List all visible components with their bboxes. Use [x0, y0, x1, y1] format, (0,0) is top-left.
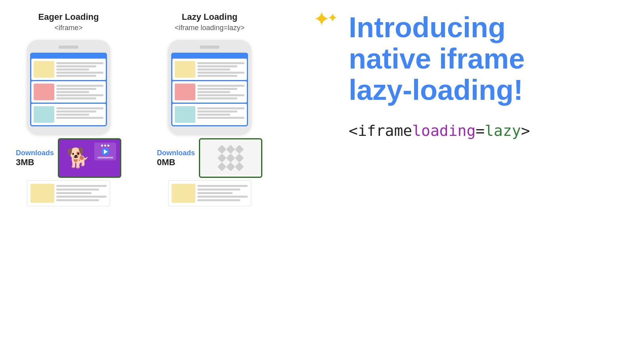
line [197, 72, 244, 74]
lazy-subtitle: <iframe loading=lazy> [175, 24, 245, 32]
line [56, 91, 89, 93]
spinner-cell [218, 162, 227, 172]
line [197, 62, 244, 64]
eager-downloads-text: Downloads [16, 149, 54, 157]
lazy-content-card-2 [172, 81, 247, 103]
line [56, 199, 99, 201]
content-card-3 [31, 104, 106, 125]
screen-header-lazy [171, 53, 248, 57]
line [56, 97, 96, 99]
line [197, 192, 233, 194]
content-card-1 [31, 59, 106, 80]
lazy-downloads-area: Downloads 0MB [157, 138, 262, 178]
phone-speaker [59, 46, 78, 49]
line [197, 91, 230, 93]
spinner-cell [235, 154, 244, 163]
line [197, 94, 244, 96]
eager-downloads-size: 3MB [16, 157, 34, 168]
main-container: ✦✦ Eager Loading <iframe> [0, 0, 634, 364]
player-dot [107, 145, 109, 147]
dog-icon: 🐕 [66, 147, 90, 169]
eager-phone-screen [30, 53, 107, 126]
lazy-phone-screen [171, 53, 248, 126]
lazy-card-lines-2 [197, 84, 244, 99]
eager-subtitle: <iframe> [54, 24, 82, 32]
line [56, 111, 96, 112]
screen-header [30, 53, 107, 57]
eager-downloads-label: Downloads 3MB [16, 149, 54, 168]
player-dot [101, 145, 103, 147]
player-dots-row [101, 145, 109, 147]
player-bar [97, 157, 113, 158]
lazy-content-card-3 [172, 104, 247, 125]
code-part-5: > [521, 122, 530, 139]
spinner-cell [218, 154, 227, 163]
eager-below-phone [27, 180, 110, 206]
eager-title: Eager Loading [38, 12, 99, 22]
code-part-2: loading [412, 122, 476, 139]
spinner-cell [235, 162, 244, 172]
line [197, 117, 244, 119]
lazy-phone [168, 40, 251, 134]
lazy-card-image-pink [175, 84, 195, 100]
card-image-teal [34, 106, 54, 123]
eager-below-card [27, 180, 110, 206]
lazy-content-card-1 [172, 59, 247, 80]
content-card-2 [31, 81, 106, 103]
line [197, 88, 237, 90]
lazy-below-image [172, 184, 195, 203]
eager-phone [27, 40, 110, 134]
play-button [101, 148, 109, 156]
line [197, 69, 230, 71]
lazy-title: Lazy Loading [182, 12, 238, 22]
lazy-loading-section: Lazy Loading <iframe loading=lazy> [157, 12, 262, 206]
line [56, 196, 107, 198]
line [56, 69, 89, 71]
line [197, 75, 237, 77]
lazy-below-card [168, 180, 251, 206]
line [56, 94, 103, 96]
below-image [31, 184, 54, 203]
line [197, 114, 230, 116]
spinner-cell [226, 154, 235, 163]
introducing-heading: Introducing native iframe lazy-loading! [349, 12, 618, 106]
lazy-below-phone [168, 180, 251, 206]
line [197, 107, 244, 109]
line [197, 199, 240, 201]
heading-line3: lazy-loading! [349, 74, 523, 106]
lazy-card-image-teal [175, 106, 195, 123]
heading-line1: Introducing [349, 11, 506, 43]
card-image-pink [34, 84, 54, 100]
line [56, 185, 107, 187]
right-section: Introducing native iframe lazy-loading! … [349, 12, 618, 139]
lazy-card-image-yellow [175, 61, 195, 78]
line [56, 189, 99, 191]
line [197, 196, 248, 198]
card-lines-1 [56, 61, 103, 77]
player-dot [104, 145, 106, 147]
eager-video-thumb: 🐕 [58, 138, 121, 178]
code-part-3: = [476, 122, 485, 139]
spinner-cell [218, 145, 227, 154]
line [56, 192, 92, 194]
phone-speaker-lazy [200, 46, 220, 49]
spinner-cell [235, 145, 244, 154]
card-lines-3 [56, 106, 103, 119]
line [56, 72, 103, 74]
sparkle-icon: ✦✦ [313, 9, 341, 29]
lazy-video-thumb [199, 138, 262, 178]
code-snippet: <iframe loading=lazy> [349, 122, 618, 139]
below-lines [56, 184, 107, 201]
line [197, 65, 237, 67]
line [56, 65, 96, 67]
card-lines-2 [56, 84, 103, 99]
lazy-downloads-text: Downloads [157, 149, 195, 157]
line [56, 62, 103, 64]
line [56, 107, 103, 109]
lazy-downloads-label: Downloads 0MB [157, 149, 195, 168]
spinner-cell [226, 162, 235, 172]
lazy-downloads-size: 0MB [157, 157, 175, 168]
line [197, 111, 237, 112]
phones-row: Eager Loading <iframe> [16, 12, 274, 206]
code-part-1: <iframe [349, 122, 412, 139]
